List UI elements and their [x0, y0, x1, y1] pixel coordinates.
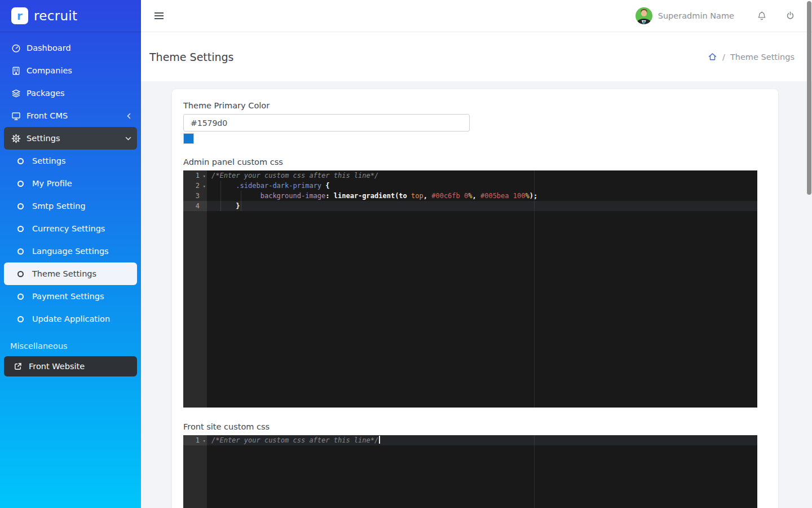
sidebar-subitem-settings[interactable]: Settings — [4, 150, 137, 172]
sidebar-subitem-smtp-setting[interactable]: Smtp Setting — [4, 195, 137, 217]
brand-logo-letter: r — [17, 9, 23, 23]
sidebar-item-dashboard[interactable]: Dashboard — [4, 37, 137, 59]
power-icon[interactable] — [785, 11, 795, 21]
sidebar-subitem-label: Language Settings — [32, 247, 109, 256]
code-line: } — [207, 201, 757, 211]
sidebar: r recruit Dashboard — [0, 0, 141, 508]
sidebar-item-label: Settings — [27, 134, 60, 143]
sidebar-item-label: Companies — [27, 66, 72, 75]
primary-color-swatch[interactable] — [183, 133, 194, 144]
sidebar-subitem-update-application[interactable]: Update Application — [4, 308, 137, 330]
sidebar-subitem-my-profile[interactable]: My Profile — [4, 172, 137, 195]
editor-code: /*Enter your custom css after this line*… — [207, 170, 757, 408]
front-css-editor[interactable]: 1▾ /*Enter your custom css after this li… — [183, 435, 757, 508]
sidebar-subitem-theme-settings[interactable]: Theme Settings — [4, 262, 137, 285]
code-line: /*Enter your custom css after this line*… — [207, 435, 757, 445]
sidebar-subitem-label: Update Application — [32, 314, 110, 323]
brand-name: recruit — [34, 8, 77, 23]
sidebar-subitem-label: Smtp Setting — [32, 202, 86, 211]
primary-color-label: Theme Primary Color — [183, 101, 767, 110]
sidebar-nav: Dashboard Companies — [0, 32, 141, 330]
circle-icon — [17, 181, 24, 187]
front-website-label: Front Website — [29, 362, 85, 371]
topbar: Superadmin Name — [141, 0, 812, 32]
sidebar-item-front-website[interactable]: Front Website — [4, 356, 137, 376]
menu-icon[interactable] — [153, 10, 165, 21]
breadcrumb-separator: / — [722, 52, 725, 62]
gutter-line-number: 4 — [183, 201, 207, 211]
sidebar-section-miscellaneous: Miscellaneous — [0, 330, 141, 356]
theme-settings-card: Theme Primary Color Admin panel custom c… — [172, 89, 778, 508]
sidebar-item-label: Front CMS — [27, 111, 68, 120]
sidebar-subitem-language-settings[interactable]: Language Settings — [4, 240, 137, 262]
breadcrumb-current: Theme Settings — [730, 52, 795, 62]
code-line: background-image: linear-gradient(to top… — [211, 191, 757, 201]
text-cursor — [379, 436, 380, 444]
chevron-left-icon — [126, 113, 131, 119]
admin-css-label: Admin panel custom css — [183, 157, 767, 167]
editor-gutter: 1▾2▾34 — [183, 170, 207, 408]
gauge-icon — [11, 43, 21, 53]
sidebar-subitem-label: My Profile — [32, 179, 72, 188]
home-icon[interactable] — [708, 52, 717, 62]
brand-logo: r — [11, 7, 28, 24]
circle-icon — [17, 158, 24, 164]
user-menu: Superadmin Name — [636, 7, 795, 24]
sidebar-subitem-currency-settings[interactable]: Currency Settings — [4, 217, 137, 240]
sidebar-item-label: Packages — [27, 89, 65, 98]
page-header: Theme Settings / Theme Settings — [141, 32, 812, 81]
indent-guide — [220, 181, 221, 211]
editor-gutter: 1▾ — [183, 435, 207, 508]
front-css-label: Front site custom css — [183, 422, 767, 431]
print-margin — [534, 435, 535, 508]
sidebar-subitem-label: Theme Settings — [32, 269, 96, 278]
monitor-icon — [11, 111, 21, 121]
gutter-line-number: 3 — [183, 191, 207, 201]
admin-css-editor[interactable]: 1▾2▾34 /*Enter your custom css after thi… — [183, 170, 757, 408]
app-window: r recruit Dashboard — [0, 0, 812, 508]
indent-guide — [241, 191, 241, 211]
sidebar-item-settings[interactable]: Settings — [4, 127, 137, 150]
circle-icon — [17, 316, 24, 322]
gutter-line-number: 1▾ — [183, 170, 207, 181]
fold-icon[interactable]: ▾ — [203, 171, 206, 181]
circle-icon — [17, 294, 24, 300]
building-icon — [11, 66, 21, 76]
page-scrollbar-thumb[interactable] — [807, 1, 811, 195]
sidebar-subitem-payment-settings[interactable]: Payment Settings — [4, 285, 137, 308]
circle-icon — [17, 203, 24, 209]
sidebar-subitem-label: Currency Settings — [32, 224, 105, 233]
page-title: Theme Settings — [149, 51, 234, 63]
avatar[interactable] — [636, 7, 652, 24]
code-line: /*Enter your custom css after this line*… — [211, 170, 757, 181]
layers-icon — [11, 89, 21, 98]
sidebar-subitem-label: Payment Settings — [32, 292, 104, 301]
fold-icon[interactable]: ▾ — [203, 436, 206, 446]
circle-icon — [17, 248, 24, 255]
breadcrumb: / Theme Settings — [708, 52, 795, 62]
sidebar-item-companies[interactable]: Companies — [4, 59, 137, 82]
primary-color-input[interactable] — [183, 114, 470, 132]
gutter-line-number: 1▾ — [183, 435, 207, 445]
sidebar-item-label: Dashboard — [27, 43, 71, 52]
print-margin — [534, 170, 535, 408]
sidebar-item-front-cms[interactable]: Front CMS — [4, 104, 137, 127]
circle-icon — [17, 226, 24, 232]
brand[interactable]: r recruit — [0, 0, 141, 32]
main-content: Theme Settings / Theme Settings Theme Pr… — [141, 32, 812, 508]
fold-icon[interactable]: ▾ — [203, 181, 206, 191]
sidebar-subitem-label: Settings — [32, 156, 65, 165]
circle-icon — [17, 271, 24, 277]
editor-code: /*Enter your custom css after this line*… — [207, 435, 757, 508]
external-link-icon — [12, 362, 23, 371]
sidebar-item-packages[interactable]: Packages — [4, 82, 137, 104]
user-name[interactable]: Superadmin Name — [658, 11, 734, 20]
code-line: .sidebar-dark-primary { — [211, 181, 757, 191]
gear-icon — [11, 134, 21, 143]
gutter-line-number: 2▾ — [183, 181, 207, 191]
chevron-down-icon — [125, 136, 131, 141]
bell-icon[interactable] — [757, 11, 767, 21]
